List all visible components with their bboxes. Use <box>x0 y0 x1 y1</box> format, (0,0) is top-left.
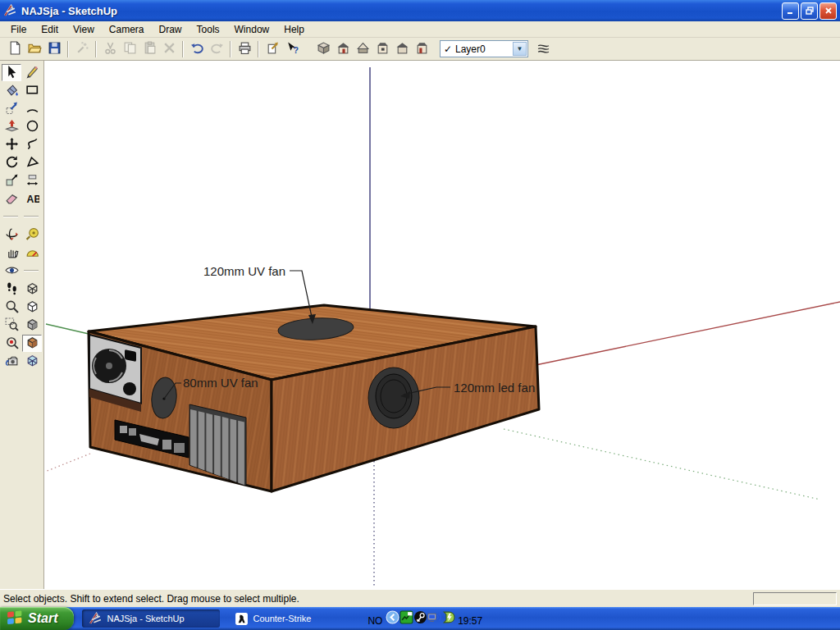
freehand-tool-button[interactable] <box>22 136 42 153</box>
menu-bar: FileEditViewCameraDrawToolsWindowHelp <box>0 21 840 38</box>
polygon-tool-icon <box>25 155 39 171</box>
protractor-tool-button[interactable] <box>22 244 42 262</box>
scale-tool-button[interactable] <box>2 172 21 189</box>
paint-bucket-tool-button[interactable] <box>2 82 21 99</box>
toolbar-standard-group: ? <box>5 39 302 59</box>
taskbar-task-counter-strike[interactable]: Counter-Strike <box>228 609 359 628</box>
menu-edit[interactable]: Edit <box>34 22 66 37</box>
text-tool-button[interactable]: AB <box>22 190 42 208</box>
look-around-tool-icon <box>5 263 19 280</box>
rectangle-tool-button[interactable] <box>22 82 42 99</box>
pan-tool-icon <box>5 245 19 262</box>
dimension-tool-button[interactable] <box>22 172 42 189</box>
model-box <box>89 305 539 491</box>
right-view-button[interactable] <box>372 39 392 59</box>
layer-combo[interactable]: ✓ Layer0 ▼ <box>440 40 528 57</box>
polygon-tool-button[interactable] <box>22 154 42 171</box>
clock[interactable]: 19:57 <box>458 615 482 627</box>
start-button[interactable]: Start <box>0 607 74 630</box>
push-pull-tool-button[interactable] <box>2 118 21 135</box>
rotate-tool-button[interactable] <box>2 154 21 171</box>
move-tool-button[interactable] <box>2 136 21 153</box>
menu-view[interactable]: View <box>66 22 102 37</box>
wireframe-style-button[interactable] <box>22 281 42 298</box>
layers-manager-button[interactable] <box>533 39 553 59</box>
top-view-button[interactable] <box>353 39 372 59</box>
component-tool-button[interactable] <box>2 100 21 117</box>
menu-window[interactable]: Window <box>227 22 277 37</box>
chevron-down-icon[interactable]: ▼ <box>513 42 527 56</box>
steam-tray-icon[interactable] <box>413 615 427 627</box>
sketchup-app-icon <box>89 612 103 626</box>
circle-tool-button[interactable] <box>22 118 42 135</box>
arc-tool-button[interactable] <box>22 100 42 117</box>
top-view-icon <box>356 41 370 57</box>
zoom-window-tool-button[interactable] <box>2 317 21 334</box>
walk-tool-button[interactable] <box>2 281 21 298</box>
xray-style-button[interactable] <box>22 353 42 370</box>
textured-style-button[interactable] <box>22 335 42 352</box>
undo-button[interactable] <box>187 39 207 59</box>
language-indicator[interactable]: NO <box>368 615 382 627</box>
rotate-tool-icon <box>5 155 19 171</box>
front-fan-label: 120mm led fan <box>454 381 535 395</box>
drawing-canvas[interactable]: 120mm UV fan 80mm UV fan 120mm led fan <box>44 61 840 589</box>
menu-tools[interactable]: Tools <box>189 22 227 37</box>
toolbar-separator <box>67 41 69 57</box>
freehand-tool-icon <box>25 137 39 153</box>
line-tool-button[interactable] <box>22 64 42 81</box>
toolbar-separator <box>182 41 184 57</box>
psu-switch <box>123 382 136 395</box>
save-button[interactable] <box>44 39 64 59</box>
menu-help[interactable]: Help <box>276 22 312 37</box>
back-view-button[interactable] <box>392 39 412 59</box>
close-button[interactable] <box>819 2 837 20</box>
red-axis <box>536 302 840 365</box>
wireless-network-tray-icon[interactable] <box>427 615 441 627</box>
taskbar-task-najsja-sketchup[interactable]: NAJSja - SketchUp <box>82 609 220 628</box>
push-pull-tool-icon <box>5 119 19 135</box>
zoom-extents-tool-button[interactable] <box>2 335 21 352</box>
measurements-box[interactable] <box>753 592 837 605</box>
minimize-button[interactable] <box>782 2 799 20</box>
context-help-button[interactable]: ? <box>282 39 302 59</box>
menu-camera[interactable]: Camera <box>102 22 152 37</box>
green-axis <box>46 324 89 334</box>
tray-collapse-icon[interactable] <box>386 615 399 627</box>
eraser-tool-button[interactable] <box>2 190 21 208</box>
walk-tool-icon <box>5 281 19 298</box>
pan-tool-button[interactable] <box>2 244 21 262</box>
iso-view-button[interactable] <box>313 39 333 59</box>
daemon-tools-tray-icon[interactable] <box>441 615 455 627</box>
window-title: NAJSja - SketchUp <box>21 5 780 17</box>
left-view-button[interactable] <box>412 39 431 59</box>
zoom-tool-button[interactable] <box>2 299 21 316</box>
menu-file[interactable]: File <box>3 22 34 37</box>
redo-icon <box>210 41 224 57</box>
menu-draw[interactable]: Draw <box>152 22 189 37</box>
line-tool-icon <box>25 65 39 81</box>
make-component-icon <box>75 41 89 57</box>
model-info-button[interactable] <box>262 39 282 59</box>
task-buttons: NAJSja - SketchUpCounter-Strike <box>82 609 368 628</box>
select-tool-button[interactable] <box>2 64 21 81</box>
front-view-button[interactable] <box>333 39 353 59</box>
print-button[interactable] <box>235 39 254 59</box>
paste-button <box>139 39 159 59</box>
network-activity-tray-icon[interactable] <box>399 615 413 627</box>
new-button[interactable] <box>5 39 25 59</box>
previous-view-tool-icon <box>5 354 19 370</box>
orbit-tool-button[interactable] <box>2 226 21 244</box>
hidden-line-style-button[interactable] <box>22 299 42 316</box>
save-icon <box>48 41 62 57</box>
shaded-style-icon <box>25 317 39 334</box>
open-button[interactable] <box>25 39 44 59</box>
shaded-style-button[interactable] <box>22 317 42 334</box>
layer-visible-check: ✓ <box>441 43 455 55</box>
look-around-tool-button[interactable] <box>2 262 21 280</box>
previous-view-tool-button[interactable] <box>2 353 21 370</box>
top-fan-label: 120mm UV fan <box>203 264 285 278</box>
restore-button[interactable] <box>801 2 818 20</box>
status-bar: Select objects. Shift to extend select. … <box>0 589 840 607</box>
tape-measure-tool-button[interactable] <box>22 226 42 244</box>
